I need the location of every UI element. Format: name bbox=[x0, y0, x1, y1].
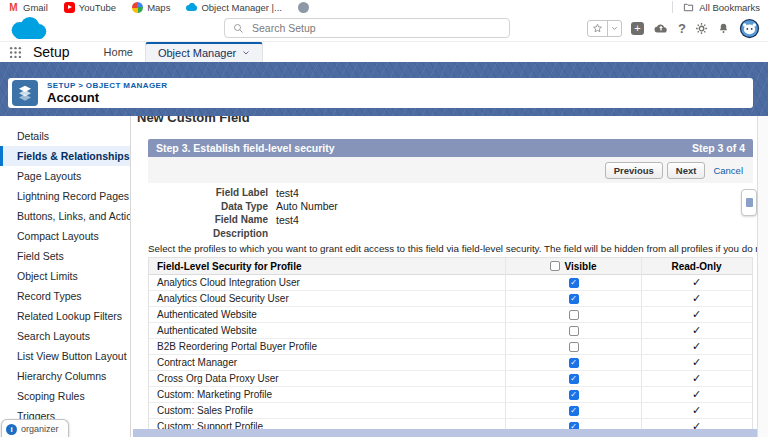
field-summary-value: test4 bbox=[276, 187, 299, 199]
bookmark-favicon-icon bbox=[132, 2, 143, 13]
readonly-cell: ✓ bbox=[642, 372, 751, 385]
readonly-cell: ✓ bbox=[642, 356, 751, 369]
cancel-link[interactable]: Cancel bbox=[713, 165, 743, 176]
instruction-text: Select the profiles to which you want to… bbox=[148, 243, 753, 254]
page-title: Account bbox=[47, 91, 167, 105]
sidebar-item[interactable]: Details bbox=[0, 126, 130, 146]
bookmark-favicon-icon bbox=[186, 2, 197, 13]
sidebar-item[interactable]: Object Limits bbox=[0, 266, 130, 286]
sidebar-item[interactable]: Record Types bbox=[0, 286, 130, 306]
bookmark-label: Gmail bbox=[23, 2, 48, 13]
bookmark-item[interactable] bbox=[298, 2, 313, 13]
bookmark-item[interactable]: YouTube bbox=[64, 2, 116, 13]
visible-checkbox[interactable] bbox=[569, 374, 579, 384]
wizard-button-row: Previous Next Cancel bbox=[148, 157, 753, 183]
bookmark-item[interactable]: Gmail bbox=[8, 2, 48, 13]
readonly-check-icon: ✓ bbox=[692, 276, 701, 288]
user-avatar[interactable] bbox=[739, 18, 760, 39]
visible-checkbox[interactable] bbox=[569, 358, 579, 368]
field-summary-row: Description bbox=[148, 227, 753, 241]
bookmark-favicon-icon bbox=[298, 2, 309, 13]
next-button[interactable]: Next bbox=[667, 162, 706, 179]
readonly-cell: ✓ bbox=[642, 340, 751, 353]
sidebar-item[interactable]: Compact Layouts bbox=[0, 226, 130, 246]
table-row: Custom: Marketing Profile ✓ bbox=[149, 387, 752, 403]
sidebar-item[interactable]: Lightning Record Pages bbox=[0, 186, 130, 206]
visible-checkbox[interactable] bbox=[569, 310, 579, 320]
table-header-row: Field-Level Security for Profile Visible… bbox=[149, 258, 752, 275]
readonly-check-icon: ✓ bbox=[692, 340, 701, 352]
profile-name: Authenticated Website bbox=[149, 325, 505, 336]
column-header-profile: Field-Level Security for Profile bbox=[149, 261, 505, 272]
horizontal-scrollbar[interactable] bbox=[133, 429, 757, 437]
sidebar-item[interactable]: Related Lookup Filters bbox=[0, 306, 130, 326]
all-bookmarks-button[interactable]: All Bookmarks bbox=[672, 1, 760, 13]
favorites-dropdown-icon[interactable] bbox=[607, 21, 621, 36]
deploy-cloud-icon[interactable] bbox=[653, 21, 669, 35]
browser-bookmarks-bar: Gmail YouTube Maps Object Manager |... bbox=[0, 0, 768, 14]
header-icon-group: + ? bbox=[587, 18, 760, 38]
notifications-bell-icon[interactable] bbox=[717, 22, 730, 35]
tab-home[interactable]: Home bbox=[92, 42, 145, 62]
field-summary-row: Data Type Auto Number bbox=[148, 200, 753, 214]
profile-name: Analytics Cloud Integration User bbox=[149, 277, 505, 288]
organizer-extension-badge[interactable]: organizer bbox=[1, 419, 69, 437]
folder-icon bbox=[683, 2, 694, 13]
bookmark-item[interactable]: Maps bbox=[132, 2, 170, 13]
visible-checkbox[interactable] bbox=[569, 390, 579, 400]
previous-button[interactable]: Previous bbox=[605, 162, 663, 179]
wizard-heading: New Custom Field bbox=[137, 116, 757, 125]
field-summary: Field Label test4 Data Type Auto Number … bbox=[148, 186, 753, 240]
field-summary-label: Description bbox=[148, 228, 276, 239]
organizer-icon bbox=[6, 424, 17, 435]
profile-name: Custom: Sales Profile bbox=[149, 405, 505, 416]
visible-checkbox[interactable] bbox=[569, 294, 579, 304]
visible-header-checkbox[interactable] bbox=[550, 261, 560, 271]
search-setup-box[interactable] bbox=[224, 18, 510, 38]
sidebar-item[interactable]: Field Sets bbox=[0, 246, 130, 266]
bookmark-item[interactable]: Object Manager |... bbox=[186, 2, 282, 13]
visible-checkbox[interactable] bbox=[569, 326, 579, 336]
profile-name: Custom: Marketing Profile bbox=[149, 389, 505, 400]
step-header-bar: Step 3. Establish field-level security S… bbox=[148, 139, 753, 157]
table-row: Custom: Sales Profile ✓ bbox=[149, 403, 752, 419]
salesforce-global-header: + ? bbox=[0, 14, 768, 42]
tab-object-manager[interactable]: Object Manager bbox=[145, 42, 263, 62]
favorites-star-icon[interactable] bbox=[588, 23, 607, 34]
vertical-scrollbar-track[interactable] bbox=[757, 116, 768, 437]
search-input[interactable] bbox=[250, 21, 474, 35]
wizard-panel: Step 3. Establish field-level security S… bbox=[148, 139, 753, 437]
visible-checkbox[interactable] bbox=[569, 342, 579, 352]
sidebar-item[interactable]: Search Layouts bbox=[0, 326, 130, 346]
sidebar-item[interactable]: Buttons, Links, and Actions bbox=[0, 206, 130, 226]
sidebar-item[interactable]: Page Layouts bbox=[0, 166, 130, 186]
readonly-cell: ✓ bbox=[642, 276, 751, 289]
organizer-label: organizer bbox=[21, 424, 59, 434]
visible-cell bbox=[505, 355, 642, 370]
readonly-cell: ✓ bbox=[642, 292, 751, 305]
object-manager-sidebar: Details Fields & Relationships Page Layo… bbox=[0, 116, 131, 437]
global-add-icon[interactable]: + bbox=[631, 22, 644, 35]
sidebar-item[interactable]: Scoping Rules bbox=[0, 386, 130, 406]
all-bookmarks-label: All Bookmarks bbox=[699, 2, 760, 13]
help-icon[interactable]: ? bbox=[678, 21, 686, 36]
table-row: Contract Manager ✓ bbox=[149, 355, 752, 371]
table-row: Authenticated Website ✓ bbox=[149, 323, 752, 339]
page-header-card: SETUP > OBJECT MANAGER Account bbox=[8, 78, 753, 108]
sidebar-item[interactable]: Fields & Relationships bbox=[0, 146, 130, 166]
panel-toggle-glyph-icon bbox=[746, 198, 753, 207]
bookmark-label: Maps bbox=[147, 2, 170, 13]
table-row: Analytics Cloud Integration User ✓ bbox=[149, 275, 752, 291]
column-header-readonly: Read-Only bbox=[642, 261, 751, 272]
visible-checkbox[interactable] bbox=[569, 278, 579, 288]
app-launcher-waffle-icon[interactable] bbox=[8, 45, 23, 60]
bookmark-label: Object Manager |... bbox=[201, 2, 282, 13]
visible-checkbox[interactable] bbox=[569, 406, 579, 416]
setup-gear-icon[interactable] bbox=[695, 22, 708, 35]
sidebar-item[interactable]: Hierarchy Columns bbox=[0, 366, 130, 386]
tab-object-manager-label: Object Manager bbox=[158, 44, 236, 62]
visible-cell bbox=[505, 387, 642, 402]
sidebar-item[interactable]: List View Button Layout bbox=[0, 346, 130, 366]
profile-name: Contract Manager bbox=[149, 357, 505, 368]
panel-toggle-button[interactable] bbox=[741, 189, 757, 216]
